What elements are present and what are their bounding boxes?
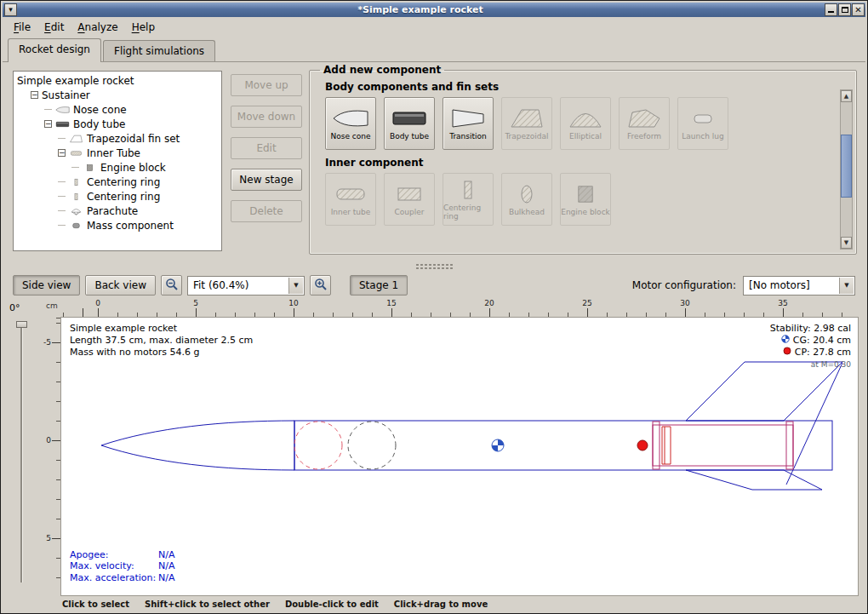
scroll-down-arrow-icon[interactable]: ▼: [841, 237, 852, 249]
scrollbar-thumb[interactable]: [841, 135, 852, 198]
rocket-dimensions: Length 37.5 cm, max. diameter 2.5 cm: [70, 335, 253, 347]
tree-item-nose-cone[interactable]: Nose cone: [14, 102, 221, 117]
zoom-select[interactable]: Fit (60.4%) ▼: [187, 276, 305, 296]
tree-guide-line: [58, 210, 66, 211]
tree-expander-icon[interactable]: −: [58, 149, 66, 157]
rotation-slider-handle[interactable]: [16, 321, 27, 328]
add-nose-cone-button[interactable]: Nose cone: [325, 97, 376, 150]
hint-shift-click: Shift+click to select other: [145, 600, 270, 609]
hint-click-select: Click to select: [62, 600, 129, 609]
back-view-button[interactable]: Back view: [85, 275, 156, 296]
rotation-slider[interactable]: [20, 321, 23, 582]
section-label: Inner component: [325, 157, 836, 169]
tree-item-label: Engine block: [100, 162, 166, 174]
menu-analyze[interactable]: Analyze: [71, 19, 123, 36]
centering-ring-shape[interactable]: [653, 422, 660, 469]
mass-component-shape[interactable]: [348, 422, 396, 469]
tree-item-label: Centering ring: [87, 176, 160, 188]
coupler-icon: [391, 183, 428, 205]
finset-icon: [69, 135, 83, 143]
rocket-figure-area: 0° cm 05101520253035 -505: [3, 299, 865, 596]
side-view-button[interactable]: Side view: [13, 275, 80, 296]
zoom-out-button[interactable]: [161, 275, 182, 296]
move-down-button: Move down: [231, 106, 302, 128]
component-tree[interactable]: Simple example rocket−SustainerNose cone…: [13, 71, 222, 251]
tree-guide-line: [58, 138, 66, 139]
maximize-button[interactable]: [838, 3, 851, 16]
max-velocity-label: Max. velocity:: [70, 560, 158, 572]
stage-1-toggle[interactable]: Stage 1: [350, 275, 408, 296]
zoom-in-button[interactable]: [310, 275, 331, 296]
fin-top-shape[interactable]: [686, 362, 842, 421]
menubar: FileEditAnalyzeHelp: [3, 17, 865, 37]
view-toolbar: Side view Back view Fit (60.4%) ▼ Stage …: [3, 272, 865, 299]
chevron-down-icon[interactable]: ▼: [288, 278, 303, 294]
panel-splitter[interactable]: [3, 260, 865, 272]
engineblock-icon: [83, 164, 97, 172]
cp-icon: [783, 347, 791, 359]
tree-item-body-tube[interactable]: −Body tube: [14, 117, 221, 131]
tab-rocket-design[interactable]: Rocket design: [8, 38, 101, 62]
close-button[interactable]: ✕: [852, 3, 865, 16]
rocket-name: Simple example rocket: [70, 323, 253, 335]
tree-item-label: Nose cone: [73, 104, 127, 116]
apogee-label: Apogee:: [70, 549, 158, 561]
tree-item-inner-tube[interactable]: −Inner Tube: [14, 146, 221, 160]
tree-item-trapezoidal-fin-set[interactable]: Trapezoidal fin set: [14, 131, 221, 146]
vertical-scrollbar[interactable]: ▲ ▼: [840, 89, 853, 250]
ruler-tick-label: 30: [680, 299, 689, 307]
tree-item-engine-block[interactable]: Engine block: [14, 160, 221, 175]
chevron-down-icon[interactable]: ▼: [839, 278, 854, 294]
tree-item-label: Body tube: [73, 118, 125, 130]
new-stage-button[interactable]: New stage: [231, 169, 302, 191]
menu-file[interactable]: File: [8, 19, 37, 36]
centering-ring-shape[interactable]: [786, 422, 793, 469]
tree-item-sustainer[interactable]: −Sustainer: [14, 88, 221, 102]
tab-flight-simulations[interactable]: Flight simulations: [103, 40, 215, 62]
add-transition-button[interactable]: Transition: [443, 97, 494, 150]
ruler-tick-label: 15: [386, 299, 396, 307]
add-freeform-button: Freeform: [619, 97, 670, 150]
minimize-button[interactable]: [825, 3, 837, 16]
stability-info: Stability: 2.98 cal CG: 20.4 cm CP: 27.8…: [770, 323, 851, 370]
add-launch-lug-button: Launch lug: [677, 97, 728, 150]
cp-symbol: [637, 440, 648, 450]
motor-configuration-select[interactable]: [No motors] ▼: [743, 276, 855, 296]
component-button-label: Body tube: [390, 132, 429, 141]
tree-expander-icon[interactable]: −: [31, 91, 38, 99]
ruler-unit-label: cm: [42, 301, 60, 317]
ruler-tick-label: 5: [46, 534, 51, 542]
add-body-tube-button[interactable]: Body tube: [384, 97, 435, 150]
add-inner-tube-button: Inner tube: [325, 173, 376, 226]
parachute-shape[interactable]: [294, 422, 342, 469]
inner-tube-shape[interactable]: [653, 425, 793, 466]
body-tube-shape[interactable]: [294, 421, 832, 470]
tree-item-centering-ring[interactable]: Centering ring: [14, 175, 221, 189]
fin-projection-line: [786, 363, 842, 485]
tree-item-parachute[interactable]: Parachute: [14, 204, 221, 218]
window-menu-button[interactable]: ▾: [4, 3, 17, 16]
add-centering-ring-button: Centering ring: [443, 173, 494, 226]
max-acceleration-label: Max. acceleration:: [70, 572, 158, 584]
tree-item-label: Mass component: [87, 220, 174, 232]
tree-item-centering-ring[interactable]: Centering ring: [14, 189, 221, 204]
fin-bottom-shape[interactable]: [686, 470, 822, 490]
mass-icon: [69, 221, 83, 230]
rocket-canvas[interactable]: Simple example rocket Length 37.5 cm, ma…: [60, 317, 859, 596]
freeform-icon: [625, 107, 663, 129]
edit-button: Edit: [231, 137, 302, 159]
stability-value: Stability: 2.98 cal: [770, 323, 851, 335]
horizontal-ruler: 05101520253035: [60, 299, 859, 317]
tree-item-mass-component[interactable]: Mass component: [14, 218, 221, 232]
scroll-up-arrow-icon[interactable]: ▲: [841, 90, 852, 102]
tree-item-simple-example-rocket[interactable]: Simple example rocket: [14, 73, 221, 88]
menu-edit[interactable]: Edit: [38, 19, 70, 36]
engine-block-shape[interactable]: [662, 427, 671, 464]
component-button-label: Elliptical: [569, 132, 602, 141]
bodytube-icon: [55, 120, 70, 129]
nose-cone-shape[interactable]: [101, 421, 294, 470]
splitter-grip-icon: [415, 263, 453, 269]
engineblock-icon: [567, 183, 604, 205]
tree-expander-icon[interactable]: −: [44, 120, 52, 128]
menu-help[interactable]: Help: [126, 19, 161, 36]
